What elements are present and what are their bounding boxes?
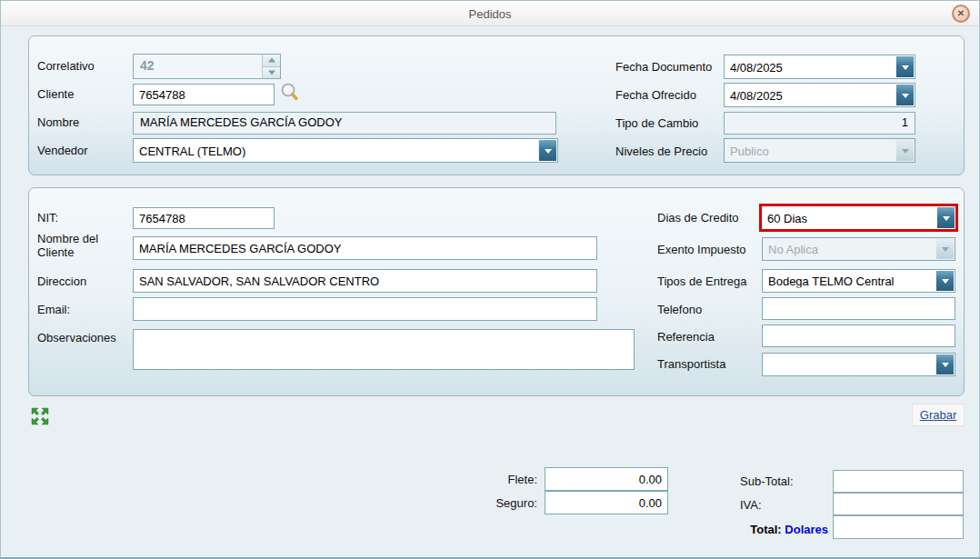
- tipos-entrega-dropdown[interactable]: Bodega TELMO Central: [762, 269, 955, 293]
- seguro-label: Seguro:: [465, 496, 537, 510]
- correlativo-label: Correlativo: [37, 59, 95, 73]
- nombre-cliente-label: Nombre del Cliente: [37, 232, 125, 259]
- chevron-down-icon[interactable]: [538, 140, 556, 161]
- fecha-ofrecido-dropdown[interactable]: 4/08/2025: [724, 83, 915, 107]
- chevron-down-icon[interactable]: [895, 85, 914, 105]
- fecha-ofrecido-value: 4/08/2025: [730, 88, 893, 102]
- chevron-down-icon: [895, 140, 914, 161]
- subtotal-label: Sub-Total:: [740, 474, 794, 488]
- nombre-label: Nombre: [37, 115, 79, 129]
- flete-label: Flete:: [474, 473, 537, 486]
- currency-label: Dolares: [785, 523, 828, 536]
- fecha-documento-label: Fecha Documento: [615, 60, 712, 74]
- telefono-input[interactable]: [762, 297, 955, 320]
- nombre-cliente-input[interactable]: [133, 236, 597, 260]
- nombre-field: MARÍA MERCEDES GARCÍA GODOY: [133, 112, 556, 135]
- seguro-input[interactable]: [545, 491, 668, 514]
- tipos-entrega-value: Bodega TELMO Central: [768, 275, 933, 288]
- chevron-down-icon[interactable]: [895, 56, 914, 77]
- iva-label: IVA:: [740, 498, 762, 512]
- transportista-label: Transportista: [657, 357, 725, 371]
- observaciones-textarea[interactable]: [133, 329, 635, 370]
- nit-input[interactable]: [133, 207, 275, 229]
- chevron-down-icon: [935, 239, 954, 259]
- observaciones-label: Observaciones: [37, 331, 116, 344]
- expand-icon: [30, 406, 50, 426]
- exento-impuesto-value: No Aplica: [768, 243, 933, 256]
- window-title: Pedidos: [1, 7, 979, 21]
- expand-button[interactable]: [30, 406, 50, 426]
- fecha-ofrecido-label: Fecha Ofrecido: [615, 88, 696, 102]
- transportista-dropdown[interactable]: [762, 353, 955, 376]
- dias-credito-dropdown[interactable]: 60 Dias: [762, 206, 955, 229]
- fecha-documento-value: 4/08/2025: [730, 60, 893, 74]
- niveles-precio-label: Niveles de Precio: [615, 145, 707, 158]
- referencia-input[interactable]: [762, 324, 955, 347]
- direccion-label: Direccion: [37, 275, 86, 288]
- referencia-label: Referencia: [657, 330, 715, 344]
- cliente-input[interactable]: [133, 84, 275, 105]
- niveles-precio-dropdown: Publico: [724, 138, 915, 163]
- direccion-input[interactable]: [133, 269, 597, 293]
- search-button[interactable]: [278, 82, 302, 105]
- niveles-precio-value: Publico: [730, 144, 893, 157]
- dias-credito-highlight: 60 Dias: [759, 204, 958, 232]
- dias-credito-label: Dias de Credito: [657, 211, 739, 225]
- dias-credito-value: 60 Dias: [767, 211, 934, 225]
- vendedor-label: Vendedor: [37, 144, 88, 157]
- tipo-cambio-field: 1: [724, 112, 915, 135]
- nit-label: NIT:: [37, 211, 58, 225]
- chevron-down-icon[interactable]: [935, 354, 954, 374]
- close-button[interactable]: ✕: [952, 5, 970, 23]
- total-label: Total: Dolares: [674, 523, 828, 536]
- correlativo-value: 42: [134, 55, 262, 78]
- telefono-label: Telefono: [657, 303, 702, 316]
- tipos-entrega-label: Tipos de Entrega: [657, 275, 747, 288]
- iva-field: [833, 493, 964, 515]
- grabar-button[interactable]: Grabar: [912, 404, 965, 426]
- exento-impuesto-label: Exento Impuesto: [657, 243, 746, 256]
- email-input[interactable]: [133, 297, 597, 321]
- close-icon: ✕: [957, 8, 965, 18]
- total-field: [833, 515, 964, 539]
- chevron-down-icon[interactable]: [936, 207, 955, 228]
- tipo-cambio-label: Tipo de Cambio: [615, 116, 698, 130]
- exento-impuesto-dropdown: No Aplica: [762, 237, 955, 261]
- pedidos-dialog: Pedidos ✕ Correlativo 42 Cliente Nombre …: [0, 0, 980, 559]
- total-caption: Total:: [750, 523, 781, 536]
- cliente-label: Cliente: [37, 87, 74, 101]
- vendedor-dropdown[interactable]: CENTRAL (TELMO): [133, 138, 558, 163]
- fecha-documento-dropdown[interactable]: 4/08/2025: [724, 55, 915, 79]
- email-label: Email:: [37, 303, 70, 316]
- correlativo-spin-buttons: [262, 55, 280, 78]
- flete-input[interactable]: [545, 467, 668, 491]
- spinner-up-icon[interactable]: [263, 55, 280, 67]
- search-icon: [279, 82, 301, 104]
- vendedor-value: CENTRAL (TELMO): [139, 144, 535, 157]
- chevron-down-icon[interactable]: [935, 271, 954, 291]
- titlebar: Pedidos ✕: [1, 1, 979, 26]
- correlativo-spinner: 42: [133, 54, 281, 79]
- spinner-down-icon[interactable]: [263, 67, 280, 79]
- subtotal-field: [833, 470, 964, 493]
